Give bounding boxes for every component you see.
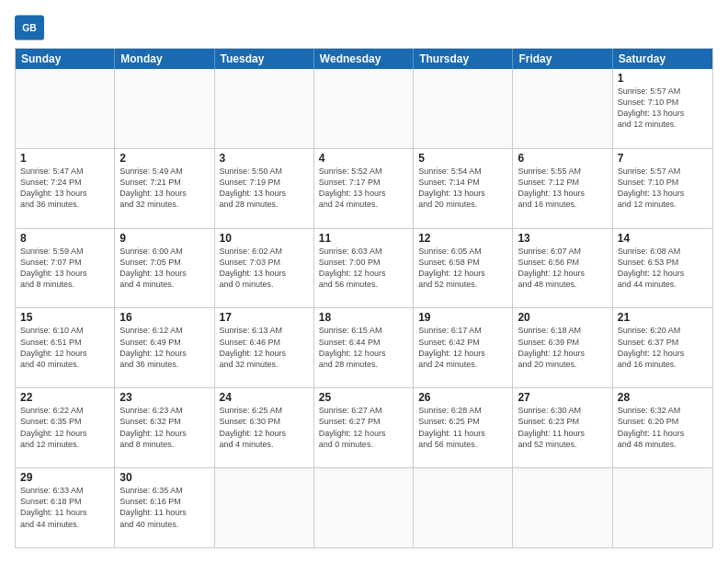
cell-line: and 56 minutes. [319, 279, 408, 290]
cell-line: and 32 minutes. [119, 199, 209, 210]
week-row-0: 1Sunrise: 5:57 AMSunset: 7:10 PMDaylight… [16, 69, 712, 149]
week-row-5: 29Sunrise: 6:33 AMSunset: 6:18 PMDayligh… [16, 468, 712, 547]
cal-cell: 2Sunrise: 5:49 AMSunset: 7:21 PMDaylight… [115, 149, 214, 228]
cal-cell [613, 468, 712, 547]
day-number: 7 [618, 152, 708, 165]
cell-line: and 12 minutes. [20, 439, 109, 450]
cell-line: Daylight: 12 hours [20, 348, 109, 359]
day-number: 12 [418, 232, 507, 245]
cell-line: Sunset: 7:07 PM [20, 257, 109, 268]
cell-line: Sunrise: 5:59 AM [20, 246, 109, 257]
cell-line: Sunrise: 6:10 AM [20, 325, 109, 336]
cell-line: Sunset: 6:18 PM [20, 496, 109, 507]
cell-line: Sunrise: 5:57 AM [618, 86, 708, 97]
cell-line: and 36 minutes. [119, 359, 209, 370]
day-number: 22 [20, 391, 109, 404]
cell-line: Sunset: 6:37 PM [618, 337, 708, 348]
cal-cell: 1Sunrise: 5:57 AMSunset: 7:10 PMDaylight… [613, 69, 712, 148]
day-number: 16 [119, 311, 209, 324]
day-number: 28 [618, 391, 708, 404]
day-number: 15 [20, 311, 109, 324]
cell-line: and 40 minutes. [20, 359, 109, 370]
cell-line: Daylight: 12 hours [319, 428, 408, 439]
week-row-3: 15Sunrise: 6:10 AMSunset: 6:51 PMDayligh… [16, 308, 712, 388]
cal-cell [513, 468, 612, 547]
cell-line: Sunrise: 5:47 AM [20, 166, 109, 177]
cell-line: Daylight: 12 hours [518, 268, 607, 279]
cell-line: and 48 minutes. [518, 279, 607, 290]
cell-line: Sunset: 7:19 PM [220, 177, 309, 188]
cal-cell: 24Sunrise: 6:25 AMSunset: 6:30 PMDayligh… [215, 388, 314, 467]
cell-line: and 16 minutes. [618, 359, 708, 370]
cell-line: Sunrise: 5:49 AM [119, 166, 209, 177]
cal-cell: 26Sunrise: 6:28 AMSunset: 6:25 PMDayligh… [414, 388, 513, 467]
cell-line: Sunrise: 5:57 AM [618, 166, 708, 177]
cell-line: and 48 minutes. [618, 439, 708, 450]
day-header-saturday: Saturday [613, 49, 712, 69]
cell-line: Daylight: 13 hours [618, 108, 708, 119]
cell-line: Sunrise: 6:03 AM [319, 246, 408, 257]
cell-line: Daylight: 13 hours [418, 188, 507, 199]
cell-line: Sunrise: 6:12 AM [119, 325, 209, 336]
cal-cell: 8Sunrise: 5:59 AMSunset: 7:07 PMDaylight… [16, 229, 115, 308]
cal-cell: 29Sunrise: 6:33 AMSunset: 6:18 PMDayligh… [16, 468, 115, 547]
cell-line: and 4 minutes. [119, 279, 209, 290]
cell-line: and 32 minutes. [220, 359, 309, 370]
cell-line: Sunrise: 6:33 AM [20, 485, 109, 496]
calendar: SundayMondayTuesdayWednesdayThursdayFrid… [15, 48, 713, 548]
cell-line: Sunset: 6:35 PM [20, 416, 109, 427]
day-number: 8 [20, 232, 109, 245]
cell-line: Sunset: 6:49 PM [119, 337, 209, 348]
cell-line: Daylight: 13 hours [220, 268, 309, 279]
day-number: 26 [418, 391, 507, 404]
cell-line: Sunset: 7:17 PM [319, 177, 408, 188]
cell-line: Sunrise: 6:28 AM [418, 405, 507, 416]
cell-line: Sunset: 6:56 PM [518, 257, 607, 268]
logo-icon: GB [15, 15, 44, 40]
cell-line: and 44 minutes. [618, 279, 708, 290]
cell-line: Daylight: 12 hours [618, 348, 708, 359]
calendar-header: SundayMondayTuesdayWednesdayThursdayFrid… [16, 49, 712, 69]
day-header-monday: Monday [115, 49, 214, 69]
cal-cell: 3Sunrise: 5:50 AMSunset: 7:19 PMDaylight… [215, 149, 314, 228]
cell-line: Sunset: 7:14 PM [418, 177, 507, 188]
day-number: 24 [220, 391, 309, 404]
cal-cell: 10Sunrise: 6:02 AMSunset: 7:03 PMDayligh… [215, 229, 314, 308]
cal-cell [115, 69, 214, 148]
cal-cell: 7Sunrise: 5:57 AMSunset: 7:10 PMDaylight… [613, 149, 712, 228]
day-number: 21 [618, 311, 708, 324]
cell-line: and 24 minutes. [319, 199, 408, 210]
cell-line: Daylight: 12 hours [220, 428, 309, 439]
cell-line: and 4 minutes. [220, 439, 309, 450]
cal-cell: 18Sunrise: 6:15 AMSunset: 6:44 PMDayligh… [314, 308, 414, 387]
cell-line: and 24 minutes. [418, 359, 507, 370]
cell-line: and 28 minutes. [220, 199, 309, 210]
day-number: 29 [20, 471, 109, 484]
cell-line: Sunset: 6:42 PM [418, 337, 507, 348]
cell-line: and 8 minutes. [119, 439, 209, 450]
cell-line: Sunrise: 6:22 AM [20, 405, 109, 416]
cell-line: Sunrise: 6:02 AM [220, 246, 309, 257]
cell-line: Sunrise: 6:00 AM [119, 246, 209, 257]
cell-line: Sunrise: 6:07 AM [518, 246, 607, 257]
cell-line: and 12 minutes. [618, 199, 708, 210]
cal-cell: 6Sunrise: 5:55 AMSunset: 7:12 PMDaylight… [513, 149, 612, 228]
day-number: 2 [119, 152, 209, 165]
week-row-2: 8Sunrise: 5:59 AMSunset: 7:07 PMDaylight… [16, 229, 712, 309]
cell-line: Daylight: 11 hours [119, 507, 209, 518]
cell-line: Sunrise: 6:23 AM [119, 405, 209, 416]
cell-line: Daylight: 12 hours [518, 348, 607, 359]
cell-line: and 56 minutes. [418, 439, 507, 450]
cell-line: Daylight: 11 hours [518, 428, 607, 439]
cal-cell [215, 468, 314, 547]
cal-cell: 20Sunrise: 6:18 AMSunset: 6:39 PMDayligh… [513, 308, 612, 387]
calendar-body: 1Sunrise: 5:57 AMSunset: 7:10 PMDaylight… [16, 69, 712, 547]
cal-cell: 16Sunrise: 6:12 AMSunset: 6:49 PMDayligh… [115, 308, 214, 387]
cell-line: Sunrise: 6:18 AM [518, 325, 607, 336]
page: GB SundayMondayTuesdayWednesdayThursdayF… [0, 0, 728, 563]
cell-line: Sunrise: 6:25 AM [220, 405, 309, 416]
cell-line: Daylight: 13 hours [518, 188, 607, 199]
cell-line: and 16 minutes. [518, 199, 607, 210]
day-number: 17 [220, 311, 309, 324]
cal-cell: 27Sunrise: 6:30 AMSunset: 6:23 PMDayligh… [513, 388, 612, 467]
